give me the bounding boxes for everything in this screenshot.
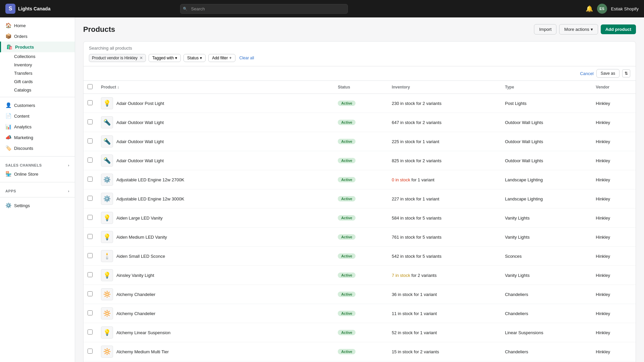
product-name[interactable]: Aiden Small LED Sconce	[116, 254, 165, 259]
product-name[interactable]: Adjustable LED Engine 12w 2700K	[116, 177, 184, 182]
inventory-value: 225 in stock for 1 variant	[392, 139, 439, 144]
sidebar-item-orders[interactable]: 📦 Orders	[0, 31, 75, 42]
page-title: Products	[83, 25, 115, 34]
product-inventory-cell: 584 in stock for 5 variants	[388, 208, 501, 228]
table-row: 🔦 Adair Outdoor Wall Light Active225 in …	[84, 132, 636, 151]
sidebar-item-settings[interactable]: ⚙️ Settings	[0, 200, 75, 211]
product-column-header[interactable]: Product ↕	[97, 81, 334, 94]
row-checkbox[interactable]	[88, 310, 93, 315]
sort-button[interactable]: ⇅	[622, 69, 630, 77]
add-filter-button[interactable]: Add filter +	[208, 54, 235, 62]
sidebar-item-inventory[interactable]: Inventory	[14, 61, 75, 69]
clear-all-button[interactable]: Clear all	[238, 54, 256, 62]
select-all-checkbox[interactable]	[88, 84, 93, 89]
table-header-row: Product ↕ Status Inventory Type	[84, 81, 636, 94]
row-checkbox[interactable]	[88, 349, 93, 354]
table-row: 💡 Alchemy Linear Suspension Active52 in …	[84, 323, 636, 342]
sidebar-item-home[interactable]: 🏠 Home	[0, 20, 75, 31]
catalogs-label: Catalogs	[14, 87, 31, 93]
apps-section[interactable]: Apps ›	[0, 185, 75, 194]
status-badge: Active	[338, 177, 356, 182]
inventory-value: 15 in stock for 2 variants	[392, 349, 439, 354]
row-checkbox[interactable]	[88, 329, 93, 335]
product-status-cell: Active	[334, 208, 388, 228]
sidebar-item-products[interactable]: 🛍️ Products	[0, 42, 75, 52]
product-sort-icon[interactable]: ↕	[117, 85, 119, 89]
row-checkbox[interactable]	[88, 100, 93, 105]
product-vendor: Hinkley	[596, 101, 610, 106]
product-vendor: Hinkley	[596, 120, 610, 125]
inventory-value: 647 in stock for 2 variants	[392, 120, 441, 125]
store-logo[interactable]: S Lights Canada	[5, 4, 59, 14]
product-name[interactable]: Aiden Large LED Vanity	[116, 216, 163, 221]
vendor-filter-close-icon[interactable]: ✕	[140, 56, 143, 60]
sidebar-item-catalogs[interactable]: Catalogs	[14, 86, 75, 94]
sidebar-item-analytics[interactable]: 📊 Analytics	[0, 121, 75, 132]
row-checkbox[interactable]	[88, 234, 93, 239]
product-name[interactable]: Adair Outdoor Wall Light	[116, 139, 164, 144]
row-checkbox[interactable]	[88, 291, 93, 296]
product-image: 🔆	[101, 288, 113, 300]
product-name[interactable]: Aiden Medium LED Vanity	[116, 235, 167, 240]
status-badge: Active	[338, 253, 356, 259]
product-vendor-cell: Hinkley	[592, 228, 636, 247]
product-type-cell: Post Lights	[501, 94, 592, 113]
product-image: ⚙️	[101, 174, 113, 186]
sidebar-item-label: Marketing	[14, 135, 33, 140]
row-checkbox[interactable]	[88, 196, 93, 201]
vendor-filter-tag[interactable]: Product vendor is Hinkley ✕	[89, 54, 146, 62]
status-filter-button[interactable]: Status ▾	[183, 54, 206, 62]
row-checkbox[interactable]	[88, 138, 93, 143]
sidebar-item-content[interactable]: 📄 Content	[0, 111, 75, 121]
row-checkbox[interactable]	[88, 253, 93, 258]
row-checkbox-cell	[84, 94, 97, 113]
row-checkbox[interactable]	[88, 158, 93, 163]
sidebar-item-label: Customers	[14, 103, 35, 108]
product-name[interactable]: Adair Outdoor Wall Light	[116, 120, 164, 125]
search-input[interactable]	[180, 4, 348, 14]
product-name-cell: 💡 Aiden Large LED Vanity	[97, 208, 334, 228]
sidebar-item-customers[interactable]: 👤 Customers	[0, 100, 75, 111]
marketing-icon: 📣	[5, 134, 11, 140]
product-name[interactable]: Alchemy Chandelier	[116, 311, 155, 316]
sidebar-item-discounts[interactable]: 🏷️ Discounts	[0, 143, 75, 154]
product-type: Outdoor Wall Lights	[505, 158, 543, 163]
add-product-button[interactable]: Add product	[601, 24, 636, 34]
product-vendor-cell: Hinkley	[592, 266, 636, 285]
products-table: Product ↕ Status Inventory Type	[84, 81, 636, 362]
product-name[interactable]: Alchemy Medium Multi Tier	[116, 349, 169, 354]
product-inventory-cell: 0 in stock for 1 variant	[388, 170, 501, 189]
product-name[interactable]: Adjustable LED Engine 12w 3000K	[116, 196, 184, 201]
notification-bell-icon[interactable]: 🔔	[586, 5, 593, 12]
more-actions-button[interactable]: More actions ▾	[559, 24, 598, 35]
product-vendor: Hinkley	[596, 311, 610, 316]
product-name[interactable]: Alchemy Chandelier	[116, 292, 155, 297]
sales-channels-section[interactable]: Sales channels ›	[0, 159, 75, 169]
row-checkbox[interactable]	[88, 119, 93, 124]
row-checkbox[interactable]	[88, 272, 93, 277]
cancel-button[interactable]: Cancel	[580, 71, 593, 76]
row-checkbox[interactable]	[88, 215, 93, 220]
product-name[interactable]: Adair Outdoor Post Light	[116, 101, 164, 106]
product-name[interactable]: Adair Outdoor Wall Light	[116, 158, 164, 163]
sidebar-item-marketing[interactable]: 📣 Marketing	[0, 132, 75, 143]
product-name-cell: 💡 Aiden Medium LED Vanity	[97, 228, 334, 247]
save-as-button[interactable]: Save as	[596, 69, 620, 78]
sidebar-item-transfers[interactable]: Transfers	[14, 69, 75, 77]
sidebar-item-collections[interactable]: Collections	[14, 52, 75, 61]
inventory-value: 11 in stock for 1 variant	[392, 311, 437, 316]
product-type-cell: Sconces	[501, 247, 592, 266]
status-badge: Active	[338, 349, 356, 354]
sidebar-item-online-store[interactable]: 🏪 Online Store	[0, 169, 75, 179]
product-vendor-cell: Hinkley	[592, 304, 636, 323]
product-name[interactable]: Ainsley Vanity Light	[116, 273, 154, 278]
import-button[interactable]: Import	[534, 24, 556, 35]
product-vendor-cell: Hinkley	[592, 189, 636, 208]
product-vendor: Hinkley	[596, 216, 610, 221]
avatar[interactable]: ES	[597, 4, 607, 14]
product-name[interactable]: Alchemy Linear Suspension	[116, 330, 170, 335]
tagged-with-filter-button[interactable]: Tagged with ▾	[149, 54, 181, 62]
sidebar-item-gift-cards[interactable]: Gift cards	[14, 77, 75, 86]
row-checkbox[interactable]	[88, 177, 93, 182]
product-type: Chandeliers	[505, 292, 528, 297]
